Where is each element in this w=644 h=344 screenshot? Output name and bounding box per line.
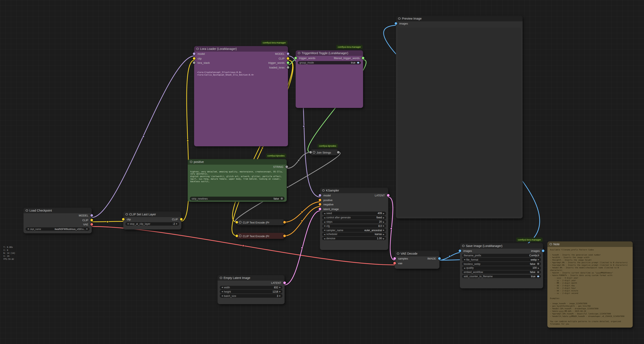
next-arrow-icon[interactable]: ▶ bbox=[383, 229, 384, 231]
node-join-strings[interactable]: comfyui-kjnodes Join Strings bbox=[310, 149, 338, 155]
decrement-arrow-icon[interactable]: ◀ bbox=[222, 291, 223, 293]
sampler-name-widget[interactable]: ◀ sampler_name euler_ancestral ▶ bbox=[322, 228, 386, 232]
title-bar[interactable]: Lora Loader (LoraManager) bbox=[194, 46, 288, 52]
input-slot-positive[interactable] bbox=[319, 199, 321, 201]
output-slot-vae[interactable] bbox=[90, 223, 93, 226]
decrement-arrow-icon[interactable]: ◀ bbox=[324, 225, 325, 227]
increment-arrow-icon[interactable]: ▶ bbox=[383, 225, 384, 227]
output-slot-latent[interactable] bbox=[283, 282, 286, 284]
decrement-arrow-icon[interactable]: ◀ bbox=[324, 237, 325, 240]
node-note[interactable]: Note Available filename_prefix Pattern C… bbox=[547, 242, 633, 328]
decrement-arrow-icon[interactable]: ◀ bbox=[464, 267, 465, 269]
prev-arrow-icon[interactable]: ◀ bbox=[27, 228, 29, 230]
node-clip-set-last-layer[interactable]: CLIP Set Last Layer clip CLIP ◀ stop_at_… bbox=[123, 212, 181, 230]
node-clip-text-encode-negative[interactable]: CLIP Text Encode (Pr bbox=[237, 233, 284, 239]
output-slot-loaded-loras[interactable] bbox=[287, 66, 289, 69]
output-slot-image[interactable] bbox=[438, 258, 441, 260]
input-slot-trigger-words[interactable] bbox=[294, 57, 297, 60]
collapse-dot[interactable] bbox=[126, 213, 128, 216]
input-slot-clip[interactable] bbox=[122, 218, 124, 221]
input-slot-negative[interactable] bbox=[319, 203, 321, 206]
output-slot-clip[interactable] bbox=[180, 218, 182, 221]
input-slot-clip-text[interactable] bbox=[236, 221, 238, 224]
increment-arrow-icon[interactable]: ▶ bbox=[383, 237, 384, 240]
input-slot-strings[interactable] bbox=[309, 151, 312, 154]
title-bar[interactable]: VAE Decode bbox=[395, 251, 440, 256]
decrement-arrow-icon[interactable]: ◀ bbox=[127, 223, 129, 225]
prev-arrow-icon[interactable]: ◀ bbox=[324, 229, 325, 231]
output-slot-clip[interactable] bbox=[90, 219, 93, 221]
output-slot-latent[interactable] bbox=[387, 194, 390, 197]
prev-arrow-icon[interactable]: ◀ bbox=[324, 217, 325, 219]
decrement-arrow-icon[interactable]: ◀ bbox=[324, 221, 325, 223]
toggle-dot-icon[interactable] bbox=[537, 271, 539, 273]
title-bar[interactable]: Note bbox=[547, 242, 633, 247]
input-slot-clip-text[interactable] bbox=[236, 234, 238, 237]
output-slot-trigger-words[interactable] bbox=[287, 62, 289, 64]
collapse-dot[interactable] bbox=[239, 221, 241, 224]
prev-arrow-icon[interactable]: ◀ bbox=[464, 259, 465, 261]
collapse-dot[interactable] bbox=[313, 151, 315, 154]
input-slot-clip[interactable] bbox=[193, 57, 196, 60]
toggle-dot-icon[interactable] bbox=[357, 62, 359, 64]
node-lora-loader[interactable]: comfyui-lora-manager Lora Loader (LoraMa… bbox=[194, 46, 288, 146]
seed-widget[interactable]: ◀ seed 409 ▶ bbox=[322, 212, 386, 215]
output-slot-conditioning[interactable] bbox=[283, 234, 286, 237]
input-slot-lora-stack[interactable] bbox=[193, 62, 196, 64]
ckpt-name-widget[interactable]: ◀ ckpt_name ilwaiNSFWIllustrious_v110.s.… bbox=[26, 227, 90, 231]
title-bar[interactable]: CLIP Text Encode (Pr bbox=[237, 233, 284, 239]
node-vae-decode[interactable]: VAE Decode samples IMAGE vae bbox=[395, 251, 440, 269]
output-slot-images[interactable] bbox=[542, 250, 544, 252]
decrement-arrow-icon[interactable]: ◀ bbox=[222, 286, 223, 288]
scheduler-widget[interactable]: ◀ scheduler karras ▶ bbox=[322, 232, 386, 236]
node-graph-canvas[interactable]: Load Checkpoint MODEL CLIP VAE ◀ ckpt_na… bbox=[0, 0, 644, 344]
next-arrow-icon[interactable]: ▶ bbox=[86, 228, 88, 230]
node-clip-text-encode-positive[interactable]: CLIP Text Encode (Pr bbox=[237, 219, 284, 225]
lora-syntax-text[interactable]: <lora:CreateConcept_Illustrious:0.8> <lo… bbox=[194, 70, 288, 78]
node-load-checkpoint[interactable]: Load Checkpoint MODEL CLIP VAE ◀ ckpt_na… bbox=[24, 208, 92, 233]
output-slot-string[interactable] bbox=[337, 151, 340, 154]
collapse-dot[interactable] bbox=[462, 245, 464, 247]
batch-size-widget[interactable]: ◀ batch_size 3 ▶ bbox=[220, 294, 282, 298]
toggle-dot-icon[interactable] bbox=[281, 198, 283, 200]
increment-arrow-icon[interactable]: ▶ bbox=[383, 212, 384, 214]
next-arrow-icon[interactable]: ▶ bbox=[383, 233, 384, 236]
prev-arrow-icon[interactable]: ◀ bbox=[324, 233, 325, 236]
stop-at-clip-layer-widget[interactable]: ◀ stop_at_clip_layer -2 ▶ bbox=[126, 222, 179, 226]
title-bar[interactable]: Join Strings bbox=[310, 149, 338, 155]
output-slot-conditioning[interactable] bbox=[283, 221, 286, 224]
increment-arrow-icon[interactable]: ▶ bbox=[383, 221, 384, 223]
input-slot-latent-image[interactable] bbox=[319, 208, 321, 210]
filename-prefix-widget[interactable]: filename_prefix ComfyUI bbox=[462, 254, 541, 257]
prompt-textarea[interactable]: highres, very detailed, amazing quality,… bbox=[188, 169, 287, 184]
embed-workflow-toggle[interactable]: embed_workflow false bbox=[462, 270, 541, 274]
add-counter-to-filename-toggle[interactable]: add_counter_to_filename true bbox=[462, 274, 541, 278]
increment-arrow-icon[interactable]: ▶ bbox=[538, 267, 539, 269]
title-bar[interactable]: KSampler bbox=[320, 188, 388, 193]
title-bar[interactable]: Load Checkpoint bbox=[24, 208, 92, 213]
next-arrow-icon[interactable]: ▶ bbox=[538, 259, 539, 261]
node-positive-prompt[interactable]: comfyui-kjnodes positive STRING highres,… bbox=[188, 159, 287, 202]
collapse-dot[interactable] bbox=[550, 243, 552, 246]
denoise-widget[interactable]: ◀ denoise 1.00 ▶ bbox=[322, 237, 386, 240]
decrement-arrow-icon[interactable]: ◀ bbox=[222, 295, 223, 297]
output-slot-filtered-trigger-words[interactable] bbox=[362, 57, 364, 60]
node-save-image[interactable]: comfyui-lora-manager Save Image (LoraMan… bbox=[460, 243, 543, 288]
decrement-arrow-icon[interactable]: ◀ bbox=[324, 212, 325, 214]
strip-newlines-toggle[interactable]: strip_newlines false bbox=[190, 197, 284, 200]
node-ksampler[interactable]: KSampler model LATENT positive negative … bbox=[320, 188, 388, 250]
collapse-dot[interactable] bbox=[239, 235, 241, 237]
title-bar[interactable]: Empty Latent Image bbox=[218, 275, 284, 281]
collapse-dot[interactable] bbox=[190, 161, 192, 163]
input-slot-vae[interactable] bbox=[393, 262, 396, 264]
increment-arrow-icon[interactable]: ▶ bbox=[279, 286, 281, 288]
toggle-dot-icon[interactable] bbox=[537, 275, 539, 277]
lossless-webp-toggle[interactable]: lossless_webp false bbox=[462, 262, 541, 266]
note-text[interactable]: Available filename_prefix Pattern Codes … bbox=[547, 247, 633, 327]
title-bar[interactable]: Preview Image bbox=[396, 16, 522, 21]
title-bar[interactable]: CLIP Set Last Layer bbox=[123, 212, 181, 217]
collapse-dot[interactable] bbox=[220, 277, 222, 279]
input-slot-images[interactable] bbox=[395, 22, 397, 25]
group-mode-toggle[interactable]: group_mode true bbox=[298, 61, 361, 64]
node-preview-image[interactable]: Preview Image images bbox=[396, 16, 522, 218]
